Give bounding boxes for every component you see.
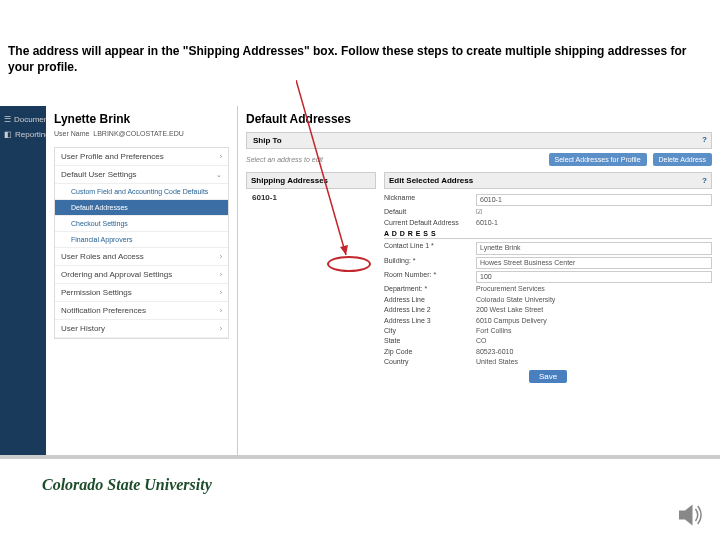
room-field[interactable]: 100 bbox=[476, 271, 712, 283]
zip-value: 80523-6010 bbox=[476, 348, 712, 356]
al3-value: 6010 Campus Delivery bbox=[476, 317, 712, 325]
current-default-value: 6010-1 bbox=[476, 219, 712, 227]
app-screenshot: ☰Documents ◧Reporting Lynette Brink User… bbox=[0, 106, 720, 458]
state-value: CO bbox=[476, 337, 712, 345]
chevron-right-icon: › bbox=[220, 289, 222, 296]
nav-documents[interactable]: ☰Documents bbox=[0, 112, 46, 127]
reporting-icon: ◧ bbox=[4, 130, 12, 139]
speaker-icon bbox=[676, 500, 706, 530]
settings-menu: User Profile and Preferences› Default Us… bbox=[54, 147, 229, 339]
city-label: City bbox=[384, 327, 476, 335]
state-label: State bbox=[384, 337, 476, 345]
default-checkbox[interactable]: ☑ bbox=[476, 208, 712, 216]
profile-sidebar: Lynette Brink User Name LBRINK@COLOSTATE… bbox=[46, 106, 238, 458]
csu-logo: Colorado State University bbox=[42, 476, 212, 494]
content-row: Shipping Addresses 6010-1 Edit Selected … bbox=[246, 172, 712, 387]
menu-custom-field[interactable]: Custom Field and Accounting Code Default… bbox=[55, 184, 228, 200]
delete-address-button[interactable]: Delete Address bbox=[653, 153, 712, 166]
chevron-right-icon: › bbox=[220, 253, 222, 260]
chevron-down-icon: ⌄ bbox=[216, 171, 222, 179]
select-prompt: Select an address to edit bbox=[246, 156, 323, 163]
menu-financial-approvers[interactable]: Financial Approvers bbox=[55, 232, 228, 248]
dept-value: Procurement Services bbox=[476, 285, 712, 293]
nav-reporting[interactable]: ◧Reporting bbox=[0, 127, 46, 142]
left-nav: ☰Documents ◧Reporting bbox=[0, 106, 46, 458]
nickname-field[interactable]: 6010-1 bbox=[476, 194, 712, 206]
al2-label: Address Line 2 bbox=[384, 306, 476, 314]
dept-label: Department: * bbox=[384, 285, 476, 293]
chevron-right-icon: › bbox=[220, 325, 222, 332]
building-field[interactable]: Howes Street Business Center bbox=[476, 257, 712, 269]
instruction-text: The address will appear in the "Shipping… bbox=[8, 44, 712, 75]
profile-name: Lynette Brink bbox=[54, 112, 229, 126]
select-addresses-button[interactable]: Select Addresses for Profile bbox=[549, 153, 647, 166]
menu-default-addresses[interactable]: Default Addresses bbox=[55, 200, 228, 216]
edit-selected-address-box: Edit Selected Address? Nickname6010-1 De… bbox=[384, 172, 712, 387]
city-value: Fort Collins bbox=[476, 327, 712, 335]
al-value: Colorado State University bbox=[476, 296, 712, 304]
menu-checkout-settings[interactable]: Checkout Settings bbox=[55, 216, 228, 232]
contact-line-field[interactable]: Lynette Brink bbox=[476, 242, 712, 254]
menu-notification-prefs[interactable]: Notification Preferences› bbox=[55, 302, 228, 320]
menu-user-history[interactable]: User History› bbox=[55, 320, 228, 338]
shipping-addresses-header: Shipping Addresses bbox=[246, 172, 376, 189]
menu-ordering-approval[interactable]: Ordering and Approval Settings› bbox=[55, 266, 228, 284]
svg-marker-2 bbox=[679, 505, 693, 526]
shipping-addresses-box: Shipping Addresses 6010-1 bbox=[246, 172, 376, 387]
help-icon[interactable]: ? bbox=[702, 176, 707, 185]
address-entry[interactable]: 6010-1 bbox=[246, 189, 376, 206]
default-label: Default bbox=[384, 208, 476, 216]
contact-line-label: Contact Line 1 * bbox=[384, 242, 476, 254]
main-panel: Default Addresses Ship To? Select an add… bbox=[238, 106, 720, 458]
nav-reporting-label: Reporting bbox=[15, 130, 50, 139]
help-icon[interactable]: ? bbox=[702, 135, 707, 144]
menu-permission-settings[interactable]: Permission Settings› bbox=[55, 284, 228, 302]
chevron-right-icon: › bbox=[220, 271, 222, 278]
menu-default-user-settings[interactable]: Default User Settings⌄ bbox=[55, 166, 228, 184]
address-form: Nickname6010-1 Default☑ Current Default … bbox=[384, 189, 712, 387]
menu-user-profile[interactable]: User Profile and Preferences› bbox=[55, 148, 228, 166]
menu-user-roles[interactable]: User Roles and Access› bbox=[55, 248, 228, 266]
user-name-line: User Name LBRINK@COLOSTATE.EDU bbox=[54, 130, 229, 137]
room-label: Room Number: * bbox=[384, 271, 476, 283]
chevron-right-icon: › bbox=[220, 307, 222, 314]
nickname-label: Nickname bbox=[384, 194, 476, 206]
address-section-header: A D D R E S S bbox=[384, 228, 712, 239]
country-label: Country bbox=[384, 358, 476, 366]
page-title: Default Addresses bbox=[246, 112, 712, 126]
al-label: Address Line bbox=[384, 296, 476, 304]
zip-label: Zip Code bbox=[384, 348, 476, 356]
al2-value: 200 West Lake Street bbox=[476, 306, 712, 314]
chevron-right-icon: › bbox=[220, 153, 222, 160]
building-label: Building: * bbox=[384, 257, 476, 269]
footer-divider bbox=[0, 455, 720, 459]
save-button[interactable]: Save bbox=[529, 370, 567, 383]
edit-address-header: Edit Selected Address? bbox=[384, 172, 712, 189]
country-value: United States bbox=[476, 358, 712, 366]
ship-to-tab[interactable]: Ship To? bbox=[246, 132, 712, 149]
documents-icon: ☰ bbox=[4, 115, 11, 124]
current-default-label: Current Default Address bbox=[384, 219, 476, 227]
action-row: Select an address to edit Select Address… bbox=[246, 149, 712, 172]
al3-label: Address Line 3 bbox=[384, 317, 476, 325]
